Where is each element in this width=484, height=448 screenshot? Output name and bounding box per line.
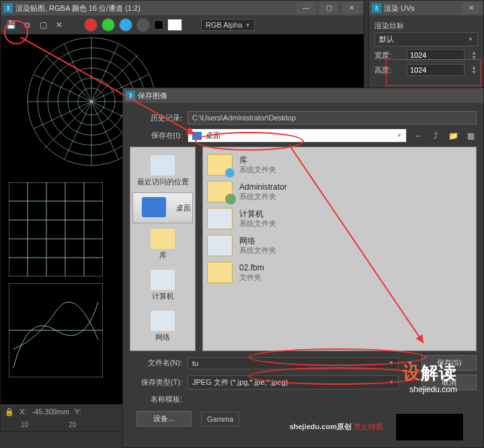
cancel-button[interactable]: 取消 bbox=[421, 375, 477, 390]
svg-rect-14 bbox=[9, 182, 103, 276]
uv-grid-2 bbox=[9, 283, 103, 377]
render-target-select[interactable]: 默认 ▼ bbox=[374, 32, 478, 46]
new-folder-icon[interactable]: 📁 bbox=[447, 130, 459, 142]
uv-grid-1 bbox=[9, 182, 103, 276]
app-icon: 3 bbox=[126, 91, 135, 100]
history-label: 历史记录: bbox=[130, 113, 182, 123]
height-label: 高度: bbox=[374, 65, 401, 75]
list-item: Administrator系统文件夹 bbox=[207, 178, 472, 205]
clone-icon[interactable]: ▢ bbox=[37, 19, 49, 31]
render-uvs-panel: 3 渲染 UVs ✕ 渲染目标 默认 ▼ 宽度: 1024 ▲▼ 高度: 102… bbox=[368, 0, 484, 89]
channel-red-toggle[interactable] bbox=[84, 18, 97, 32]
template-label: 名称模板: bbox=[130, 394, 182, 404]
chevron-down-icon: ▼ bbox=[389, 379, 394, 385]
color-swatch[interactable] bbox=[167, 19, 182, 31]
computer-icon bbox=[207, 208, 233, 229]
places-network[interactable]: 网络 bbox=[133, 307, 192, 346]
ruler-tick: 10 bbox=[21, 421, 28, 428]
filetype-select[interactable]: JPEG 文件 (*.jpg,*.jpe,*.jpeg)▼ bbox=[188, 375, 399, 389]
chevron-down-icon: ▼ bbox=[245, 22, 250, 28]
maximize-button[interactable]: ▢ bbox=[319, 2, 338, 14]
app-icon: 3 bbox=[3, 3, 13, 13]
width-spinner[interactable]: ▲▼ bbox=[470, 50, 478, 60]
history-path[interactable]: C:\Users\Administrator\Desktop bbox=[188, 111, 477, 124]
close-button[interactable]: ✕ bbox=[342, 2, 361, 14]
status-y-label: Y: bbox=[75, 408, 81, 416]
desktop-icon bbox=[192, 132, 202, 140]
close-button[interactable]: ✕ bbox=[462, 2, 481, 14]
save-image-dialog: 3 保存图像 历史记录: C:\Users\Administrator\Desk… bbox=[122, 87, 484, 448]
status-x-label: X: bbox=[19, 408, 26, 416]
width-input[interactable]: 1024 bbox=[407, 49, 465, 61]
render-uvs-title: 渲染 UVs bbox=[384, 3, 458, 13]
render-window-toolbar: 💾 ⧉ ▢ ✕ RGB Alpha ▼ bbox=[1, 15, 364, 35]
channel-blue-toggle[interactable] bbox=[119, 18, 132, 32]
channel-mono-toggle[interactable] bbox=[154, 20, 163, 30]
render-target-label: 渲染目标 bbox=[374, 21, 478, 31]
list-item: 网络系统文件夹 bbox=[207, 232, 472, 259]
channel-selector[interactable]: RGB Alpha ▼ bbox=[201, 19, 255, 31]
filename-label: 文件名(N): bbox=[130, 358, 182, 368]
view-menu-icon[interactable]: ▦ bbox=[465, 130, 477, 142]
channel-selector-label: RGB Alpha bbox=[206, 21, 242, 29]
copy-icon[interactable]: ⧉ bbox=[21, 19, 33, 31]
render-target-value: 默认 bbox=[379, 34, 394, 44]
filename-input[interactable]: tu▼ bbox=[188, 357, 399, 369]
watermark-footer: shejiedu.com原创 禁止转载 bbox=[290, 422, 383, 432]
places-computer[interactable]: 计算机 bbox=[133, 266, 192, 305]
status-x-value: -45.309mm bbox=[32, 408, 69, 416]
minimize-button[interactable]: — bbox=[296, 2, 315, 14]
plus-button[interactable]: + bbox=[404, 359, 416, 368]
app-icon: 3 bbox=[372, 3, 381, 13]
height-spinner[interactable]: ▲▼ bbox=[470, 65, 478, 75]
folder-icon bbox=[207, 262, 233, 283]
filetype-label: 保存类型(T): bbox=[130, 377, 182, 387]
chevron-down-icon: ▼ bbox=[389, 360, 394, 366]
save-icon[interactable]: 💾 bbox=[5, 19, 17, 31]
height-input[interactable]: 1024 bbox=[407, 64, 465, 76]
savein-select[interactable]: 桌面 ▼ bbox=[188, 128, 407, 143]
folder-icon bbox=[207, 181, 233, 202]
places-libs[interactable]: 库 bbox=[133, 225, 192, 264]
list-item: 02.fbm文件夹 bbox=[207, 259, 472, 286]
places-recent[interactable]: 最近访问的位置 bbox=[133, 151, 192, 191]
thumbnail-preview bbox=[395, 413, 464, 441]
up-icon[interactable]: ⤴ bbox=[430, 130, 442, 142]
places-bar: 最近访问的位置 桌面 库 计算机 网络 bbox=[130, 147, 196, 351]
device-button[interactable]: 设备... bbox=[136, 411, 192, 426]
render-window-title: 渲染贴图, RGBA 颜色 16 位/通道 (1:2) bbox=[15, 3, 292, 13]
list-item: 库系统文件夹 bbox=[207, 151, 472, 178]
save-dialog-titlebar[interactable]: 3 保存图像 bbox=[123, 88, 483, 103]
filetype-value: JPEG 文件 (*.jpg,*.jpe,*.jpeg) bbox=[192, 377, 288, 387]
height-value: 1024 bbox=[410, 66, 426, 74]
chevron-down-icon: ▼ bbox=[468, 36, 473, 42]
lock-icon: 🔒 bbox=[5, 408, 14, 416]
ruler-tick: 20 bbox=[69, 421, 76, 428]
file-list[interactable]: 库系统文件夹 Administrator系统文件夹 计算机系统文件夹 网络系统文… bbox=[202, 147, 477, 351]
folder-icon bbox=[207, 154, 233, 176]
clear-icon[interactable]: ✕ bbox=[53, 19, 65, 31]
list-item: 计算机系统文件夹 bbox=[207, 205, 472, 232]
width-value: 1024 bbox=[410, 51, 426, 59]
gamma-group: Gamma bbox=[201, 412, 239, 426]
width-label: 宽度: bbox=[374, 50, 401, 61]
savein-value: 桌面 bbox=[206, 130, 220, 141]
places-desktop[interactable]: 桌面 bbox=[132, 192, 193, 223]
render-uvs-titlebar[interactable]: 3 渲染 UVs ✕ bbox=[369, 1, 483, 15]
save-dialog-title: 保存图像 bbox=[138, 91, 481, 101]
savein-label: 保存在(I): bbox=[130, 130, 182, 141]
channel-alpha-toggle[interactable] bbox=[136, 18, 150, 32]
filename-value: tu bbox=[192, 359, 198, 367]
render-window-titlebar[interactable]: 3 渲染贴图, RGBA 颜色 16 位/通道 (1:2) — ▢ ✕ bbox=[1, 1, 364, 15]
network-icon bbox=[207, 235, 233, 256]
channel-green-toggle[interactable] bbox=[102, 18, 115, 32]
back-icon[interactable]: ← bbox=[412, 130, 424, 142]
chevron-down-icon: ▼ bbox=[397, 133, 402, 139]
save-button[interactable]: 保存(S) bbox=[421, 355, 477, 371]
